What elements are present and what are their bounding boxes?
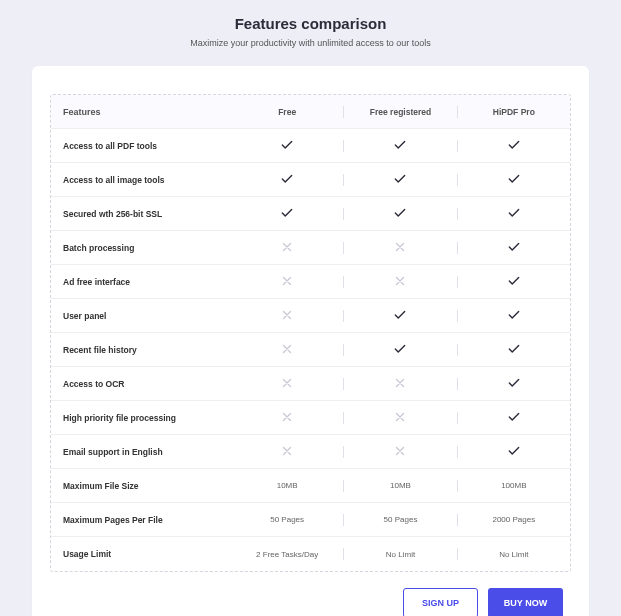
feature-cell [344,376,456,392]
x-icon [280,376,294,390]
table-header-row: Features Free Free registered HiPDF Pro [51,95,570,129]
feature-cell [344,172,456,188]
feature-label: Maximum File Size [51,481,231,491]
col-plan-header: Free [231,107,343,117]
feature-cell: 10MB [231,481,343,490]
table-row: Secured wth 256-bit SSL [51,197,570,231]
check-icon [505,274,523,288]
table-row: Access to all PDF tools [51,129,570,163]
table-row: Access to OCR [51,367,570,401]
signup-button[interactable]: SIGN UP [403,588,478,616]
check-icon [505,138,523,152]
feature-cell [231,274,343,290]
check-icon [505,206,523,220]
col-features-header: Features [51,107,231,117]
feature-cell [231,308,343,324]
x-icon [393,444,407,458]
cell-text: 2 Free Tasks/Day [256,550,318,559]
col-plan-header: HiPDF Pro [458,107,570,117]
feature-cell [231,444,343,460]
feature-cell [458,444,570,460]
comparison-card: Features Free Free registered HiPDF Pro … [32,66,589,616]
feature-label: Email support in English [51,447,231,457]
feature-label: High priority file processing [51,413,231,423]
check-icon [505,240,523,254]
check-icon [391,206,409,220]
feature-label: Access to all PDF tools [51,141,231,151]
cell-text: 2000 Pages [492,515,535,524]
feature-cell [231,240,343,256]
feature-cell [458,138,570,154]
cell-text: 50 Pages [270,515,304,524]
x-icon [393,240,407,254]
x-icon [280,308,294,322]
feature-cell [458,240,570,256]
page-subtitle: Maximize your productivity with unlimite… [0,38,621,48]
feature-label: Recent file history [51,345,231,355]
feature-label: Access to OCR [51,379,231,389]
feature-label: Ad free interface [51,277,231,287]
buy-now-button[interactable]: BUY NOW [488,588,563,616]
table-row: Batch processing [51,231,570,265]
feature-label: Maximum Pages Per File [51,515,231,525]
check-icon [278,138,296,152]
check-icon [505,410,523,424]
table-row: Ad free interface [51,265,570,299]
feature-label: Batch processing [51,243,231,253]
table-row: User panel [51,299,570,333]
feature-cell: 50 Pages [344,515,456,524]
cell-text: 10MB [390,481,411,490]
feature-cell [231,138,343,154]
feature-cell [231,172,343,188]
feature-cell: 50 Pages [231,515,343,524]
feature-label: Usage Limit [51,549,231,559]
feature-label: Secured wth 256-bit SSL [51,209,231,219]
check-icon [391,308,409,322]
feature-cell [458,206,570,222]
x-icon [280,444,294,458]
feature-label: User panel [51,311,231,321]
feature-cell [458,172,570,188]
check-icon [505,172,523,186]
feature-cell [344,240,456,256]
x-icon [280,342,294,356]
feature-cell [344,274,456,290]
page-header: Features comparison Maximize your produc… [0,15,621,48]
feature-cell [344,206,456,222]
x-icon [393,274,407,288]
table-row: Email support in English [51,435,570,469]
x-icon [280,410,294,424]
feature-cell: 2 Free Tasks/Day [231,550,343,559]
page-title: Features comparison [0,15,621,32]
cell-text: 10MB [277,481,298,490]
check-icon [278,172,296,186]
x-icon [280,240,294,254]
feature-label: Access to all image tools [51,175,231,185]
feature-cell [458,308,570,324]
table-row: Usage Limit2 Free Tasks/DayNo LimitNo Li… [51,537,570,571]
feature-cell [344,410,456,426]
feature-cell [231,206,343,222]
check-icon [505,444,523,458]
cell-text: No Limit [499,550,528,559]
x-icon [280,274,294,288]
check-icon [505,308,523,322]
x-icon [393,376,407,390]
feature-cell [458,274,570,290]
feature-cell: 2000 Pages [458,515,570,524]
feature-cell [344,138,456,154]
feature-cell [344,444,456,460]
cell-text: 50 Pages [384,515,418,524]
check-icon [391,342,409,356]
feature-cell: No Limit [458,550,570,559]
actions-bar: SIGN UP BUY NOW [50,588,571,616]
check-icon [391,138,409,152]
check-icon [278,206,296,220]
table-row: Maximum Pages Per File50 Pages50 Pages20… [51,503,570,537]
cell-text: 100MB [501,481,526,490]
table-row: High priority file processing [51,401,570,435]
cell-text: No Limit [386,550,415,559]
x-icon [393,410,407,424]
feature-cell [231,410,343,426]
feature-cell [344,308,456,324]
